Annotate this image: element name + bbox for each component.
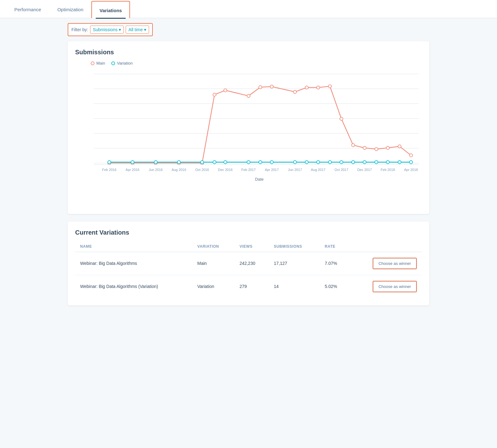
svg-point-29 — [352, 144, 355, 147]
svg-text:Feb 2017: Feb 2017 — [241, 168, 256, 172]
col-action — [350, 241, 422, 252]
svg-point-45 — [293, 161, 297, 164]
legend-dot-main — [91, 61, 94, 65]
svg-point-25 — [305, 86, 308, 89]
svg-point-42 — [247, 161, 250, 164]
tabs-bar: Performance Optimization Variations — [0, 0, 497, 18]
svg-point-20 — [224, 89, 227, 92]
svg-point-43 — [259, 161, 262, 164]
svg-point-33 — [398, 145, 401, 148]
svg-point-39 — [200, 161, 204, 164]
svg-point-38 — [177, 161, 181, 164]
tab-optimization[interactable]: Optimization — [49, 0, 91, 18]
tab-variations[interactable]: Variations — [91, 1, 130, 18]
current-variations-card: Current Variations NAME VARIATION VIEWS … — [68, 222, 429, 305]
svg-text:Dec 2016: Dec 2016 — [218, 168, 233, 172]
svg-point-21 — [247, 94, 250, 97]
variations-title: Current Variations — [75, 229, 422, 236]
cell-rate: 7.07% — [320, 252, 350, 275]
svg-point-52 — [375, 161, 378, 164]
svg-point-35 — [108, 161, 111, 164]
svg-text:Apr 2018: Apr 2018 — [404, 168, 418, 172]
filter-wrapper: Filter by: Submissions ▾ All time ▾ — [68, 23, 153, 36]
cell-variation: Variation — [192, 275, 234, 298]
svg-point-22 — [259, 86, 262, 89]
svg-point-26 — [316, 86, 320, 89]
svg-point-49 — [340, 161, 343, 164]
svg-point-23 — [270, 85, 273, 88]
chevron-down-icon: ▾ — [119, 27, 121, 32]
chart-svg: 1500 1250 1000 750 500 250 0 — [91, 69, 419, 206]
svg-text:Aug 2017: Aug 2017 — [311, 168, 326, 172]
svg-text:Dec 2017: Dec 2017 — [357, 168, 372, 172]
svg-point-30 — [363, 146, 366, 149]
col-name: NAME — [75, 241, 192, 252]
svg-point-55 — [409, 161, 413, 164]
svg-text:Oct 2017: Oct 2017 — [335, 168, 348, 172]
variations-table: NAME VARIATION VIEWS SUBMISSIONS RATE We… — [75, 241, 422, 298]
cell-action: Choose as winner — [350, 275, 422, 298]
cell-views: 242,230 — [234, 252, 269, 275]
cell-name: Webinar: Big Data Algorithms (Variation) — [75, 275, 192, 298]
col-rate: RATE — [320, 241, 350, 252]
filter-bar: Filter by: Submissions ▾ All time ▾ — [68, 18, 429, 41]
svg-point-50 — [352, 161, 355, 164]
col-variation: VARIATION — [192, 241, 234, 252]
choose-as-winner-button[interactable]: Choose as winner — [373, 258, 416, 269]
svg-point-36 — [131, 161, 134, 164]
table-row: Webinar: Big Data Algorithms Main 242,23… — [75, 252, 422, 275]
svg-point-32 — [386, 146, 389, 149]
page-content: Filter by: Submissions ▾ All time ▾ Subm… — [61, 18, 436, 305]
svg-text:Date: Date — [255, 177, 263, 182]
choose-winner-wrapper: Choose as winner — [373, 258, 417, 269]
svg-point-47 — [316, 161, 320, 164]
legend-label-main: Main — [96, 61, 105, 66]
legend-main: Main — [91, 61, 105, 66]
legend-label-variation: Variation — [117, 61, 133, 66]
cell-name: Webinar: Big Data Algorithms — [75, 252, 192, 275]
table-row: Webinar: Big Data Algorithms (Variation)… — [75, 275, 422, 298]
svg-text:Jun 2016: Jun 2016 — [149, 168, 163, 172]
cell-submissions: 14 — [269, 275, 320, 298]
svg-text:Apr 2017: Apr 2017 — [265, 168, 278, 172]
svg-point-19 — [213, 93, 216, 96]
svg-point-27 — [328, 85, 331, 88]
cell-rate: 5.02% — [320, 275, 350, 298]
legend-variation: Variation — [111, 61, 133, 66]
svg-point-40 — [213, 161, 216, 164]
svg-text:Jun 2017: Jun 2017 — [288, 168, 302, 172]
chart-title: Submissions — [75, 49, 422, 56]
svg-point-44 — [270, 161, 273, 164]
legend-dot-variation — [111, 61, 115, 65]
svg-point-48 — [328, 161, 331, 164]
svg-point-34 — [409, 154, 413, 157]
svg-point-31 — [375, 148, 378, 151]
chart-wrapper: 1500 1250 1000 750 500 250 0 — [91, 69, 419, 207]
svg-point-37 — [154, 161, 157, 164]
metric-dropdown[interactable]: Submissions ▾ — [90, 26, 124, 34]
svg-point-51 — [363, 161, 366, 164]
svg-text:Apr 2016: Apr 2016 — [126, 168, 139, 172]
cell-submissions: 17,127 — [269, 252, 320, 275]
svg-point-46 — [305, 161, 308, 164]
table-header-row: NAME VARIATION VIEWS SUBMISSIONS RATE — [75, 241, 422, 252]
svg-point-54 — [398, 161, 401, 164]
time-dropdown[interactable]: All time ▾ — [126, 26, 149, 34]
svg-point-28 — [340, 117, 343, 120]
choose-winner-wrapper: Choose as winner — [373, 281, 417, 292]
svg-point-41 — [224, 161, 227, 164]
svg-text:Oct 2016: Oct 2016 — [195, 168, 209, 172]
col-views: VIEWS — [234, 241, 269, 252]
svg-text:Aug 2016: Aug 2016 — [172, 168, 186, 172]
svg-point-24 — [293, 90, 297, 93]
cell-variation: Main — [192, 252, 234, 275]
chart-legend: Main Variation — [91, 61, 422, 66]
svg-text:Feb 2018: Feb 2018 — [381, 168, 395, 172]
choose-as-winner-button[interactable]: Choose as winner — [373, 281, 416, 292]
page-wrapper: Performance Optimization Variations Filt… — [0, 0, 497, 448]
cell-action: Choose as winner — [350, 252, 422, 275]
tab-performance[interactable]: Performance — [6, 0, 49, 18]
col-submissions: SUBMISSIONS — [269, 241, 320, 252]
filter-label: Filter by: — [71, 27, 88, 32]
submissions-chart-card: Submissions Main Variation 1500 1250 100… — [68, 41, 429, 214]
